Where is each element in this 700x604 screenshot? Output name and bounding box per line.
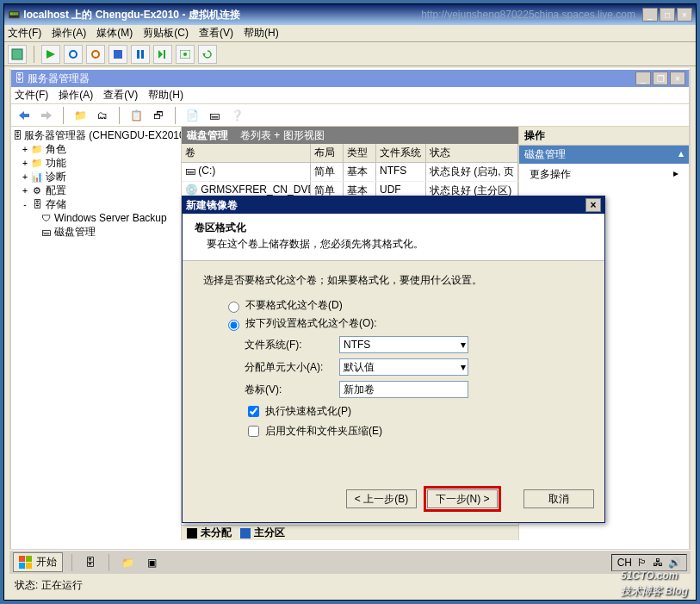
extra2-icon[interactable]: 🖴	[205, 107, 224, 124]
tray-sound-icon[interactable]: 🔊	[668, 557, 681, 569]
tree-node-roles[interactable]: +📁角色	[13, 142, 179, 156]
chevron-down-icon: ▾	[461, 339, 466, 351]
collapse-icon: ▴	[678, 147, 684, 162]
vm-status-bar: 状态: 正在运行	[9, 577, 691, 593]
menu-clipboard[interactable]: 剪贴板(C)	[143, 26, 189, 40]
up-icon[interactable]: 📁	[71, 107, 90, 124]
system-tray[interactable]: CH 🏳 🖧 🔊	[611, 554, 687, 571]
next-button[interactable]: 下一步(N) >	[427, 489, 498, 508]
svg-marker-12	[19, 111, 24, 120]
tree-node-diag[interactable]: +📊诊断	[13, 170, 179, 184]
tree-icon[interactable]: 🗂	[93, 107, 112, 124]
actions-more[interactable]: 更多操作▸	[519, 164, 689, 185]
svg-marker-1	[46, 50, 55, 59]
field-filesystem: 文件系统(F): NTFS▾	[245, 336, 584, 353]
sm-title-bar[interactable]: 🗄 服务器管理器 _ ❐ ×	[11, 70, 689, 87]
tree-node-backup[interactable]: 🛡Windows Server Backup	[13, 211, 179, 225]
chevron-right-icon: ▸	[673, 167, 678, 182]
tree-node-storage[interactable]: -🗄存储	[13, 197, 179, 211]
volume-label-input[interactable]: 新加卷	[339, 381, 468, 398]
minimize-button[interactable]: _	[642, 8, 658, 22]
dialog-prompt: 选择是否要格式化这个卷；如果要格式化，要使用什么设置。	[203, 273, 584, 288]
dialog-title-bar[interactable]: 新建镜像卷 ×	[183, 196, 604, 214]
field-alloc: 分配单元大小(A): 默认值▾	[245, 358, 584, 376]
sm-minimize-button[interactable]: _	[635, 72, 651, 85]
svg-rect-0	[12, 49, 22, 59]
vm-toolbar	[4, 42, 696, 66]
actions-header: 操作	[519, 127, 689, 146]
back-icon[interactable]	[15, 107, 34, 124]
svg-rect-19	[26, 563, 32, 569]
sm-menu-file[interactable]: 文件(F)	[15, 88, 48, 103]
sm-menu-action[interactable]: 操作(A)	[59, 88, 93, 103]
svg-rect-13	[24, 114, 29, 117]
properties-icon[interactable]: 🗗	[149, 107, 168, 124]
tray-flag-icon[interactable]: 🏳	[637, 557, 647, 569]
pause-icon[interactable]	[131, 45, 150, 64]
taskbar[interactable]: 开始 🗄 📁 ▣ CH 🏳 🖧 🔊	[9, 550, 691, 574]
extra1-icon[interactable]: 📄	[183, 107, 201, 124]
tray-lang[interactable]: CH	[617, 557, 632, 569]
radio-no-format[interactable]: 不要格式化这个卷(D)	[224, 298, 584, 313]
check-compress[interactable]: 启用文件和文件夹压缩(E)	[245, 423, 584, 439]
svg-rect-5	[137, 50, 139, 59]
volume-row-c[interactable]: 🖴 (C:) 简单 基本 NTFS 状态良好 (启动, 页	[182, 163, 518, 182]
svg-point-2	[70, 51, 77, 58]
forward-icon[interactable]	[37, 107, 56, 124]
save-icon[interactable]	[108, 45, 127, 64]
tray-network-icon[interactable]: 🖧	[653, 557, 663, 569]
start-button[interactable]: 开始	[13, 552, 63, 572]
windows-logo-icon	[19, 556, 33, 570]
tree-node-diskmgmt[interactable]: 🖴磁盘管理	[13, 225, 179, 239]
menu-action[interactable]: 操作(A)	[52, 26, 86, 40]
vm-title-bar[interactable]: 📟 localhost 上的 Chengdu-Ex2010 - 虚拟机连接 ht…	[4, 4, 696, 25]
dm-legend: 未分配 主分区	[182, 525, 518, 540]
svg-point-10	[183, 53, 187, 56]
vm-menu-bar: 文件(F) 操作(A) 媒体(M) 剪贴板(C) 查看(V) 帮助(H)	[4, 25, 696, 42]
svg-rect-18	[19, 563, 25, 569]
taskbar-item-explorer[interactable]: 📁	[118, 554, 137, 571]
tree-root[interactable]: 🗄服务器管理器 (CHENGDU-EX2010	[13, 128, 179, 142]
menu-help[interactable]: 帮助(H)	[244, 26, 279, 40]
vm-window: 📟 localhost 上的 Chengdu-Ex2010 - 虚拟机连接 ht…	[3, 3, 697, 601]
snapshot-icon[interactable]	[176, 45, 195, 64]
menu-view[interactable]: 查看(V)	[199, 26, 233, 40]
dm-columns[interactable]: 卷 布局 类型 文件系统 状态	[182, 144, 518, 163]
sm-maximize-button[interactable]: ❐	[653, 72, 668, 85]
nav-tree[interactable]: 🗄服务器管理器 (CHENGDU-EX2010 +📁角色 +📁功能 +📊诊断 +…	[11, 127, 182, 540]
tree-node-config[interactable]: +⚙配置	[13, 184, 179, 197]
sm-close-button[interactable]: ×	[670, 72, 685, 85]
start-icon[interactable]	[41, 45, 60, 64]
menu-media[interactable]: 媒体(M)	[96, 26, 133, 40]
check-quick-format[interactable]: 执行快速格式化(P)	[245, 403, 584, 420]
reset-icon[interactable]	[153, 45, 172, 64]
dialog-close-button[interactable]: ×	[585, 198, 601, 212]
turnoff-icon[interactable]	[64, 45, 83, 64]
tree-node-features[interactable]: +📁功能	[13, 156, 179, 170]
radio-format[interactable]: 按下列设置格式化这个卷(O):	[224, 316, 584, 331]
shutdown-icon[interactable]	[86, 45, 105, 64]
sm-menu-view[interactable]: 查看(V)	[103, 88, 138, 103]
back-button[interactable]: < 上一步(B)	[346, 489, 417, 508]
svg-rect-8	[164, 50, 165, 59]
actions-section[interactable]: 磁盘管理▴	[519, 146, 689, 164]
revert-icon[interactable]	[198, 45, 217, 64]
svg-marker-11	[202, 53, 206, 56]
alloc-select[interactable]: 默认值▾	[339, 358, 468, 376]
maximize-button[interactable]: □	[660, 8, 675, 22]
sm-toolbar: 📁 🗂 📋 🗗 📄 🖴 ❔	[11, 104, 689, 127]
svg-marker-7	[158, 50, 163, 59]
menu-file[interactable]: 文件(F)	[8, 26, 41, 40]
filesystem-select[interactable]: NTFS▾	[339, 336, 468, 353]
vm-title: 📟 localhost 上的 Chengdu-Ex2010 - 虚拟机连接	[8, 8, 421, 22]
ctrl-alt-del-icon[interactable]	[8, 45, 27, 64]
cancel-button[interactable]: 取消	[523, 489, 594, 508]
taskbar-item-sm[interactable]: 🗄	[81, 554, 100, 571]
refresh-icon[interactable]: 📋	[127, 107, 146, 124]
taskbar-item-cmd[interactable]: ▣	[142, 554, 161, 571]
sm-menu-help[interactable]: 帮助(H)	[148, 88, 183, 103]
close-button[interactable]: ×	[677, 8, 692, 22]
sm-title: 服务器管理器	[28, 72, 90, 84]
chevron-down-icon: ▾	[461, 361, 466, 373]
help-icon[interactable]: ❔	[227, 107, 246, 124]
